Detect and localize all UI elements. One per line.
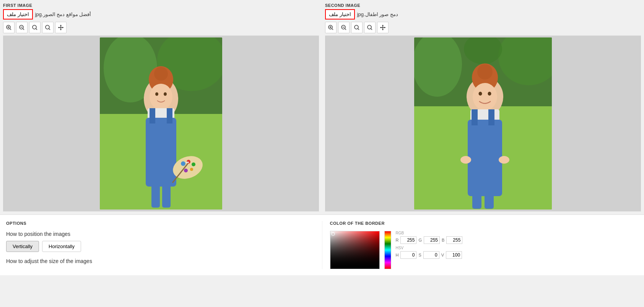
- s-label: S: [418, 253, 421, 257]
- svg-marker-15: [58, 27, 59, 28]
- v-input[interactable]: [446, 251, 462, 259]
- second-image-label: SECOND IMAGE: [325, 3, 641, 8]
- svg-marker-14: [60, 29, 62, 30]
- zoom-out-icon: [19, 24, 25, 31]
- second-file-name: دمج صور اطفال.jpg: [357, 11, 398, 17]
- svg-point-33: [181, 161, 185, 166]
- rgb-row: R G B: [396, 236, 638, 244]
- v-label: V: [441, 253, 444, 257]
- second-file-row: اختيار ملف دمج صور اطفال.jpg: [325, 9, 641, 19]
- svg-rect-74: [488, 109, 494, 125]
- zoom-fit-icon2: [354, 24, 360, 31]
- svg-line-10: [49, 29, 50, 30]
- svg-marker-57: [380, 27, 381, 28]
- first-file-button[interactable]: اختيار ملف: [3, 9, 33, 19]
- second-image-panel: SECOND IMAGE اختيار ملف دمج صور اطفال.jp…: [322, 0, 644, 214]
- zoom-in-icon: [6, 24, 12, 31]
- color-values: RGB R G B HSV H S V: [396, 231, 638, 261]
- first-image-panel: FIRST IMAGE اختيار ملف أفضل مواقع دمج ال…: [0, 0, 322, 214]
- svg-line-50: [358, 29, 359, 30]
- hsv-row: H S V: [396, 251, 638, 259]
- first-zoom-reset-btn[interactable]: [42, 22, 54, 33]
- svg-point-69: [479, 92, 482, 96]
- first-move-btn[interactable]: [55, 22, 67, 33]
- s-input[interactable]: [423, 251, 439, 259]
- h-input[interactable]: [400, 251, 416, 259]
- svg-rect-78: [485, 187, 494, 209]
- b-input[interactable]: [446, 236, 462, 244]
- first-image-label: FIRST IMAGE: [3, 3, 319, 8]
- color-spectrum[interactable]: [384, 231, 391, 269]
- zoom-in-icon2: [328, 24, 334, 31]
- r-label: R: [396, 238, 399, 242]
- second-zoom-row: [325, 22, 641, 33]
- first-zoom-row: [3, 22, 319, 33]
- svg-point-27: [164, 93, 167, 96]
- svg-line-52: [371, 29, 372, 30]
- svg-marker-58: [384, 27, 385, 28]
- svg-point-36: [190, 168, 193, 171]
- second-image-svg: [414, 37, 552, 210]
- move-icon: [58, 24, 64, 31]
- zoom-fit-icon: [32, 24, 38, 31]
- svg-rect-72: [468, 120, 502, 196]
- second-zoom-in-btn[interactable]: [325, 22, 337, 33]
- svg-rect-39: [186, 162, 189, 163]
- size-label: How to adjust the size of the images: [6, 258, 314, 264]
- svg-point-35: [192, 162, 195, 166]
- second-image-canvas: [325, 36, 641, 211]
- position-buttons: Vertically Horizontally: [6, 241, 314, 252]
- move-icon2: [380, 24, 386, 31]
- svg-line-47: [345, 29, 346, 30]
- svg-rect-73: [472, 109, 478, 125]
- svg-rect-29: [146, 118, 176, 187]
- second-zoom-fit-btn[interactable]: [351, 22, 363, 33]
- second-move-btn[interactable]: [377, 22, 389, 33]
- svg-line-43: [332, 29, 333, 30]
- color-gradient[interactable]: [330, 231, 380, 269]
- svg-line-5: [23, 29, 24, 30]
- second-zoom-out-btn[interactable]: [338, 22, 350, 33]
- first-zoom-out-btn[interactable]: [16, 22, 28, 33]
- svg-rect-30: [150, 108, 155, 123]
- first-zoom-fit-btn[interactable]: [29, 22, 41, 33]
- svg-rect-31: [167, 108, 172, 123]
- r-input[interactable]: [400, 236, 416, 244]
- svg-marker-16: [62, 27, 63, 28]
- first-image-svg: [100, 37, 222, 210]
- second-zoom-reset-btn[interactable]: [364, 22, 376, 33]
- position-label: How to position the images: [6, 231, 314, 237]
- svg-point-67: [477, 64, 493, 80]
- image-panels-row: FIRST IMAGE اختيار ملف أفضل مواقع دمج ال…: [0, 0, 644, 214]
- color-border-section: COLOR OF THE BORDER RGB R G B: [322, 221, 638, 269]
- options-title: OPTIONS: [6, 221, 314, 226]
- rgb-title: RGB: [396, 231, 638, 235]
- vertically-button[interactable]: Vertically: [6, 241, 39, 252]
- first-image-canvas: [3, 36, 319, 211]
- svg-rect-77: [472, 187, 481, 209]
- svg-marker-13: [60, 25, 62, 26]
- svg-line-1: [10, 29, 11, 30]
- svg-rect-40: [151, 183, 160, 208]
- hsv-title: HSV: [396, 246, 638, 250]
- g-label: G: [418, 238, 422, 242]
- svg-point-70: [488, 92, 491, 96]
- h-label: H: [396, 253, 399, 257]
- svg-marker-56: [382, 29, 384, 30]
- svg-rect-41: [162, 183, 171, 208]
- zoom-out-icon2: [341, 24, 347, 31]
- b-label: B: [442, 238, 444, 242]
- svg-marker-55: [382, 25, 384, 26]
- first-zoom-in-btn[interactable]: [3, 22, 15, 33]
- second-file-button[interactable]: اختيار ملف: [325, 9, 355, 19]
- color-picker-area: RGB R G B HSV H S V: [330, 231, 638, 269]
- zoom-reset-icon: [45, 24, 51, 31]
- horizontally-button[interactable]: Horizontally: [42, 241, 81, 252]
- options-section: OPTIONS How to position the images Verti…: [6, 221, 322, 269]
- svg-point-37: [184, 169, 188, 172]
- svg-point-26: [155, 93, 158, 96]
- svg-point-25: [150, 84, 172, 110]
- svg-point-76: [499, 156, 509, 164]
- g-input[interactable]: [424, 236, 440, 244]
- color-border-title: COLOR OF THE BORDER: [330, 221, 638, 226]
